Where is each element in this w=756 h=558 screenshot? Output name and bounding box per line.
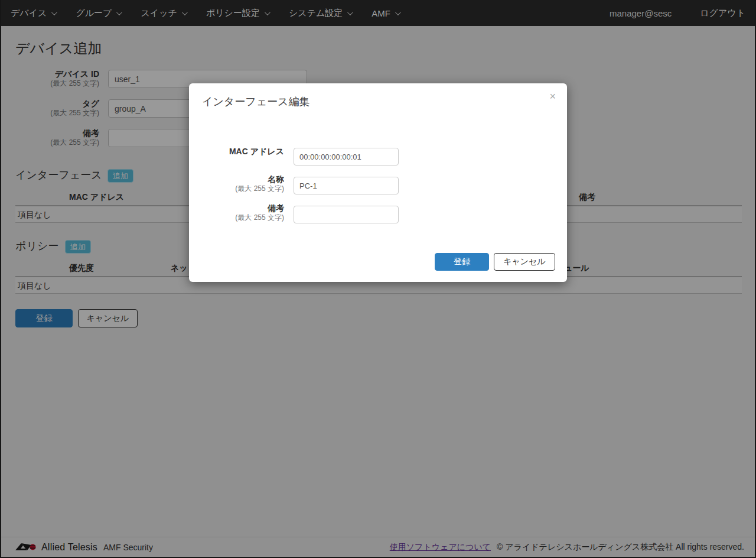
nav-item-label: システム設定	[289, 8, 343, 19]
nav-item-devices[interactable]: デバイス	[11, 8, 56, 19]
nav-menu: デバイス グループ スイッチ ポリシー設定 システム設定 AMF	[11, 8, 399, 19]
mac-address-input[interactable]	[294, 148, 399, 166]
nav-item-label: AMF	[372, 8, 390, 18]
field-label: 備考	[190, 203, 284, 213]
logged-in-account: manager@sesc	[610, 8, 672, 18]
dialog-submit-button[interactable]: 登録	[435, 253, 489, 271]
chevron-down-icon	[265, 9, 271, 15]
chevron-down-icon	[347, 9, 353, 15]
app-window: デバイス グループ スイッチ ポリシー設定 システム設定 AMF	[0, 0, 756, 558]
name-input[interactable]	[294, 177, 399, 194]
mac-address-label: MAC アドレス	[190, 147, 284, 157]
modal-note-input[interactable]	[294, 206, 399, 223]
nav-right: manager@sesc ログアウト	[610, 8, 745, 19]
field-hint: (最大 255 文字)	[190, 184, 284, 193]
nav-item-switches[interactable]: スイッチ	[141, 8, 185, 19]
nav-item-system-settings[interactable]: システム設定	[289, 8, 351, 19]
dialog-cancel-button[interactable]: キャンセル	[494, 253, 555, 271]
field-label: MAC アドレス	[190, 147, 284, 157]
nav-item-label: グループ	[76, 8, 112, 19]
dialog-title: インターフェース編集	[202, 95, 310, 109]
nav-item-label: スイッチ	[141, 8, 177, 19]
nav-item-amf[interactable]: AMF	[372, 8, 399, 18]
nav-item-label: ポリシー設定	[206, 8, 260, 19]
nav-item-label: デバイス	[11, 8, 47, 19]
chevron-down-icon	[182, 9, 188, 15]
interface-edit-dialog: インターフェース編集 × MAC アドレス 名称 (最大 255 文字) 備考 …	[189, 83, 567, 282]
field-label: 名称	[190, 174, 284, 184]
chevron-down-icon	[395, 9, 401, 15]
modal-note-label: 備考 (最大 255 文字)	[190, 203, 284, 222]
field-hint: (最大 255 文字)	[190, 213, 284, 222]
nav-item-policy-settings[interactable]: ポリシー設定	[206, 8, 269, 19]
chevron-down-icon	[116, 9, 122, 15]
chevron-down-icon	[51, 9, 57, 15]
logout-button[interactable]: ログアウト	[700, 8, 745, 19]
name-label: 名称 (最大 255 文字)	[190, 174, 284, 193]
top-navbar: デバイス グループ スイッチ ポリシー設定 システム設定 AMF	[0, 0, 756, 26]
nav-item-groups[interactable]: グループ	[76, 8, 120, 19]
close-icon[interactable]: ×	[549, 91, 556, 102]
